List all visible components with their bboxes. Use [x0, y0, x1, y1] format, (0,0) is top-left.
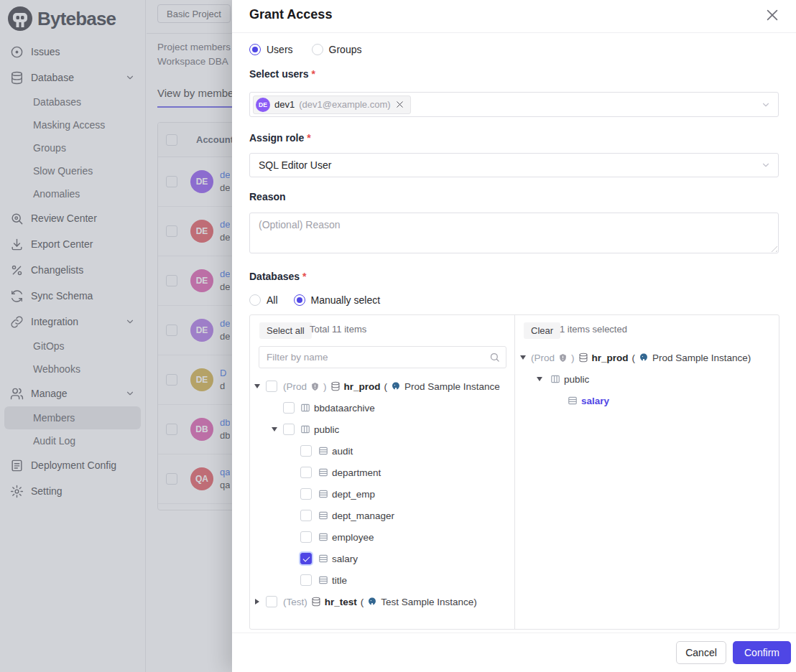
chip-user-name: dev1	[274, 99, 295, 110]
node-checkbox[interactable]	[283, 402, 295, 414]
table-icon	[318, 575, 328, 585]
node-checkbox-checked[interactable]	[300, 553, 312, 564]
required-mark: *	[307, 132, 310, 144]
tree-node-department[interactable]: department	[250, 462, 514, 483]
table-icon	[568, 396, 578, 406]
databases-mode-radio-group: All Manually select	[249, 294, 380, 306]
confirm-button[interactable]: Confirm	[733, 641, 791, 664]
node-checkbox[interactable]	[283, 424, 295, 435]
tree-node-title[interactable]: title	[250, 569, 514, 591]
select-all-button[interactable]: Select all	[259, 322, 312, 339]
node-checkbox[interactable]	[300, 467, 312, 478]
selected-node-salary[interactable]: salary	[516, 390, 779, 411]
schema-icon	[300, 424, 310, 434]
modal-footer-divider	[232, 633, 796, 633]
environment-shield-icon	[558, 353, 568, 363]
select-users-input[interactable]: DE dev1 (dev1@example.com)	[249, 92, 779, 117]
schema-icon	[300, 403, 310, 413]
chevron-down-icon	[761, 160, 771, 170]
reason-textarea[interactable]	[249, 213, 779, 253]
tree-node-hr_test[interactable]: (Test) hr_test ( Test Sample Instance)	[250, 591, 514, 612]
node-checkbox[interactable]	[300, 531, 312, 543]
node-checkbox[interactable]	[300, 510, 312, 521]
database-picker: Select all Total 11 items (Prod) hr_prod…	[249, 314, 779, 630]
schema-icon	[550, 374, 560, 384]
selected-node-public[interactable]: public	[516, 368, 779, 390]
radio-groups-control[interactable]	[312, 44, 323, 55]
assign-role-label: Assign role*	[249, 132, 311, 144]
select-users-label: Select users*	[249, 68, 315, 80]
total-items-label: Total 11 items	[310, 324, 366, 335]
node-checkbox[interactable]	[266, 381, 277, 392]
radio-groups[interactable]: Groups	[312, 44, 362, 55]
node-checkbox[interactable]	[300, 488, 312, 500]
tree-node-bbdataarchive[interactable]: bbdataarchive	[250, 397, 514, 419]
tree-node-audit[interactable]: audit	[250, 440, 514, 462]
search-icon	[489, 352, 500, 363]
reason-label: Reason	[249, 191, 286, 202]
caret-expanded-icon[interactable]	[537, 377, 542, 381]
databases-label: Databases*	[249, 271, 307, 282]
postgresql-icon	[367, 597, 377, 607]
table-icon	[318, 510, 328, 521]
chip-user-email: (dev1@example.com)	[299, 99, 390, 110]
caret-expanded-icon[interactable]	[254, 384, 260, 388]
caret-expanded-icon[interactable]	[520, 355, 526, 360]
radio-manual-control[interactable]	[294, 294, 305, 306]
modal-header-divider	[232, 32, 796, 33]
table-icon	[318, 489, 328, 499]
required-mark: *	[312, 68, 315, 80]
table-icon	[318, 446, 328, 456]
caret-expanded-icon[interactable]	[272, 427, 277, 431]
selected-user-chip[interactable]: DE dev1 (dev1@example.com)	[253, 95, 411, 114]
member-type-radio-group: Users Groups	[249, 44, 361, 55]
assign-role-value: SQL Editor User	[259, 159, 331, 171]
tree-node-dept_manager[interactable]: dept_manager	[250, 505, 514, 526]
radio-users-control[interactable]	[249, 44, 261, 55]
filter-field	[259, 346, 506, 368]
database-icon	[578, 353, 588, 363]
picker-selected-panel: Clear 1 items selected (Prod) hr_prod ( …	[516, 315, 779, 629]
radio-all-databases[interactable]: All	[249, 294, 278, 306]
postgresql-icon	[639, 353, 649, 363]
tree-node-hr_prod[interactable]: (Prod) hr_prod ( Prod Sample Instance	[250, 375, 514, 397]
selected-node-hr_prod[interactable]: (Prod) hr_prod ( Prod Sample Instance)	[516, 347, 779, 368]
radio-manually-select[interactable]: Manually select	[294, 294, 381, 306]
assign-role-select[interactable]: SQL Editor User	[249, 153, 779, 177]
picker-source-panel: Select all Total 11 items (Prod) hr_prod…	[250, 315, 515, 629]
postgresql-icon	[391, 381, 401, 391]
tree-node-salary[interactable]: salary	[250, 548, 514, 569]
chevron-down-icon	[761, 100, 771, 110]
table-icon	[318, 554, 328, 564]
tree-node-employee[interactable]: employee	[250, 526, 514, 548]
radio-all-control[interactable]	[249, 294, 261, 306]
close-icon[interactable]	[764, 7, 780, 23]
cancel-button[interactable]: Cancel	[676, 641, 726, 664]
database-icon	[311, 597, 321, 607]
clear-button[interactable]: Clear	[524, 322, 560, 339]
tree-node-dept_emp[interactable]: dept_emp	[250, 483, 514, 505]
caret-collapsed-icon[interactable]	[255, 599, 259, 605]
remove-user-icon[interactable]	[395, 100, 404, 109]
modal-title: Grant Access	[249, 7, 332, 22]
node-checkbox[interactable]	[266, 596, 277, 607]
grant-access-modal: Grant Access Users Groups Select users* …	[232, 0, 796, 672]
node-checkbox[interactable]	[300, 574, 312, 586]
tree-node-public[interactable]: public	[250, 419, 514, 440]
required-mark: *	[302, 271, 306, 282]
node-checkbox[interactable]	[300, 445, 312, 457]
filter-input[interactable]	[259, 346, 506, 368]
selected-count-label: 1 items selected	[560, 324, 627, 335]
radio-users[interactable]: Users	[249, 44, 293, 55]
table-icon	[318, 532, 328, 542]
avatar: DE	[256, 98, 270, 112]
table-icon	[318, 467, 328, 477]
database-icon	[330, 381, 341, 391]
environment-shield-icon	[310, 382, 320, 391]
